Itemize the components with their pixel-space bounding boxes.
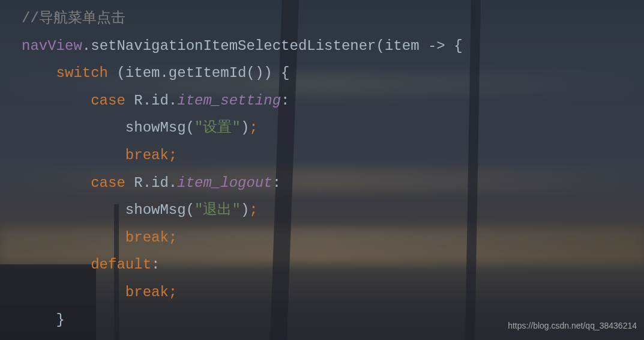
watermark-text: https://blog.csdn.net/qq_38436214: [508, 318, 637, 334]
code-space: [125, 93, 134, 109]
code-r2: R: [134, 175, 142, 191]
code-paren2: (: [108, 65, 125, 81]
code-switch: switch: [56, 65, 108, 81]
code-arrow: ->: [420, 38, 454, 54]
code-item2: item: [125, 65, 160, 81]
code-setlistener: setNavigationItemSelectedListener: [91, 38, 376, 54]
code-dot2: .: [160, 65, 168, 81]
code-brace-close: }: [56, 312, 65, 328]
code-showmsg2: showMsg: [125, 202, 186, 218]
code-case1: case: [91, 93, 125, 109]
code-break1: break: [125, 147, 169, 163]
code-colon1: :: [281, 93, 289, 109]
code-dotid2: .id.: [143, 175, 178, 191]
code-itemlogout: item_logout: [177, 175, 272, 191]
code-colon2: :: [272, 175, 281, 191]
code-str-setting: "设置": [194, 120, 241, 136]
code-case2: case: [91, 175, 125, 191]
code-getitemid: getItemId: [169, 65, 247, 81]
code-showmsg1: showMsg: [125, 120, 186, 136]
code-dotid1: .id.: [143, 93, 178, 109]
code-paren6: ): [241, 202, 249, 218]
code-parens: ()): [246, 65, 281, 81]
code-semi3: ;: [249, 202, 257, 218]
code-block: //导航菜单点击 navView.setNavigationItemSelect…: [0, 0, 644, 333]
code-brace2: {: [281, 65, 289, 81]
code-space2: [125, 175, 134, 191]
code-r1: R: [134, 93, 142, 109]
code-paren3: (: [186, 120, 194, 136]
code-semi5: ;: [169, 284, 177, 300]
code-default: default: [91, 257, 151, 273]
code-semi2: ;: [169, 147, 177, 163]
code-colon3: :: [151, 257, 160, 273]
code-paren: (: [376, 38, 385, 54]
code-dot: .: [82, 38, 91, 54]
code-paren5: (: [186, 202, 194, 218]
code-itemsetting: item_setting: [177, 93, 281, 109]
code-item: item: [385, 38, 420, 54]
code-str-logout: "退出": [194, 202, 241, 218]
code-brace: {: [454, 38, 462, 54]
code-navview: navView: [22, 38, 82, 54]
code-comment: //导航菜单点击: [22, 10, 125, 26]
code-break3: break: [125, 284, 169, 300]
code-paren4: ): [241, 120, 249, 136]
code-semi1: ;: [249, 120, 257, 136]
code-break2: break: [125, 229, 169, 246]
code-semi4: ;: [169, 229, 177, 246]
